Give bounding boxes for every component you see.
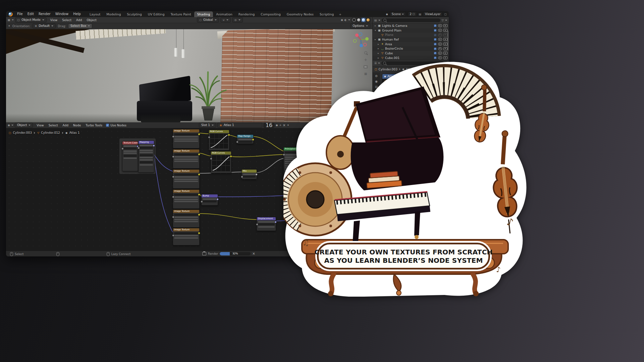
viewport-menu-select[interactable]: Select: [60, 17, 74, 23]
output-socket[interactable]: [198, 173, 200, 176]
output-socket[interactable]: [255, 173, 258, 176]
checkbox-icon[interactable]: ✓: [434, 43, 436, 45]
slot-dropdown[interactable]: Slot 1: [199, 123, 216, 128]
image-name-field[interactable]: [174, 214, 198, 216]
scene-users-badge[interactable]: 2 ▢: [408, 12, 417, 16]
output-socket[interactable]: [274, 221, 277, 223]
workspace-tab-rendering[interactable]: Rendering: [235, 11, 258, 17]
camera-icon[interactable]: [443, 47, 447, 50]
show-gizmo-icon[interactable]: ◉: [341, 18, 343, 21]
workspace-tab-compositing[interactable]: Compositing: [258, 11, 284, 17]
output-socket[interactable]: [198, 214, 200, 216]
input-socket[interactable]: [208, 136, 210, 138]
workspace-tab-texture-paint[interactable]: Texture Paint: [167, 11, 194, 17]
outliner-search-input[interactable]: [382, 18, 440, 22]
output-socket[interactable]: [198, 193, 200, 196]
menu-help[interactable]: Help: [71, 11, 83, 17]
camera-icon[interactable]: [443, 29, 447, 32]
breadcrumb-object[interactable]: Cylinder.003: [13, 131, 32, 134]
snap-dropdown[interactable]: ∪: [220, 17, 231, 22]
checkbox-icon[interactable]: ✓: [434, 29, 436, 32]
input-socket[interactable]: [201, 200, 203, 203]
input-socket[interactable]: [172, 176, 174, 178]
disclosure-arrow-icon[interactable]: ▸: [377, 43, 380, 46]
output-socket[interactable]: [198, 133, 200, 135]
shader-node-image-texture-7[interactable]: Image Texture: [173, 228, 200, 245]
mode-dropdown[interactable]: ▢ Object Mode: [15, 17, 47, 22]
new-material-icon[interactable]: +: [279, 124, 281, 127]
shader-type-dropdown[interactable]: Object: [15, 123, 33, 128]
disclosure-arrow-icon[interactable]: ▸: [374, 24, 377, 27]
outliner-row[interactable]: ▸◡BezierCircle✓: [373, 46, 449, 51]
disclosure-arrow-icon[interactable]: ▾: [374, 29, 377, 32]
menu-render[interactable]: Render: [36, 11, 53, 17]
image-name-field[interactable]: [174, 174, 198, 176]
input-socket[interactable]: [172, 156, 174, 158]
drag-dropdown[interactable]: Select Box: [68, 23, 92, 28]
eye-icon[interactable]: [438, 38, 442, 41]
camera-icon[interactable]: [443, 43, 447, 46]
new-viewlayer-icon[interactable]: ▢: [444, 13, 447, 16]
blender-logo-icon[interactable]: [8, 12, 13, 16]
shader-node-texture-coordinate-0[interactable]: Texture Coordinate: [122, 141, 138, 171]
shading-material-button[interactable]: [361, 18, 366, 22]
input-socket[interactable]: [236, 141, 238, 143]
shading-solid-button[interactable]: [357, 18, 361, 22]
editor-type-icon[interactable]: ▦: [8, 18, 10, 21]
options-dropdown[interactable]: Options: [350, 23, 370, 28]
zoom-icon[interactable]: [364, 51, 367, 54]
shader-node-image-texture-6[interactable]: Image Texture: [173, 209, 200, 228]
menu-file[interactable]: File: [15, 11, 25, 17]
workspace-tab-geometry-nodes[interactable]: Geometry Nodes: [284, 11, 317, 17]
transform-orientation-dropdown[interactable]: ○ Global: [197, 17, 219, 22]
outliner-scrollbar[interactable]: [447, 31, 448, 51]
input-socket[interactable]: [172, 216, 174, 218]
camera-icon[interactable]: [443, 34, 447, 37]
checkbox-icon[interactable]: ✓: [434, 38, 436, 41]
eye-icon[interactable]: [438, 52, 442, 55]
shader-node-displacement-13[interactable]: Displacement: [257, 217, 276, 231]
image-name-field[interactable]: [174, 232, 198, 234]
input-socket[interactable]: [138, 147, 140, 149]
shader-node-bump-12[interactable]: Bump: [201, 194, 218, 205]
filter-icon[interactable]: ▽: [442, 19, 444, 22]
viewlayer-selector[interactable]: ViewLayer: [423, 12, 442, 16]
disclosure-arrow-icon[interactable]: ▸: [377, 52, 380, 55]
output-socket[interactable]: [252, 138, 254, 141]
checkbox-icon[interactable]: ✓: [434, 48, 436, 50]
image-name-field[interactable]: [174, 194, 198, 196]
curve-widget[interactable]: [212, 155, 230, 171]
shader-node-rgb-curves-8[interactable]: RGB Curves: [209, 130, 229, 150]
eye-icon[interactable]: [438, 43, 442, 46]
output-socket[interactable]: [216, 198, 219, 200]
workspace-tab-sculpting[interactable]: Sculpting: [124, 11, 145, 17]
eye-icon[interactable]: [438, 29, 442, 32]
input-socket[interactable]: [121, 147, 124, 150]
outliner-row[interactable]: ▸▦Lights & Camera✓: [373, 23, 449, 28]
disclosure-arrow-icon[interactable]: ▸: [374, 38, 377, 41]
disclosure-arrow-icon[interactable]: ▸: [377, 47, 380, 50]
shader-node-image-texture-5[interactable]: Image Texture: [173, 189, 200, 209]
camera-icon[interactable]: [443, 38, 447, 41]
shader-node-image-texture-3[interactable]: Image Texture: [173, 149, 200, 169]
viewport-menu-add[interactable]: Add: [74, 17, 84, 23]
overlays-icon[interactable]: ◐: [344, 18, 347, 21]
shading-wireframe-button[interactable]: [352, 18, 356, 22]
shader-node-mapping-1[interactable]: Mapping: [138, 140, 154, 173]
cancel-render-button[interactable]: ×: [252, 252, 255, 255]
shader-node-image-texture-2[interactable]: Image Texture: [173, 129, 200, 148]
viewport-menu-object[interactable]: Object: [84, 17, 99, 23]
checkbox-icon[interactable]: ✓: [434, 24, 436, 27]
fake-user-shield-icon[interactable]: ◆: [276, 124, 278, 127]
material-users-badge[interactable]: 16: [264, 123, 274, 128]
shader-node-map-range-10[interactable]: Map Range: [237, 134, 254, 144]
add-workspace-button[interactable]: +: [337, 11, 343, 17]
outliner-row[interactable]: ▾▦Ground Plain✓: [373, 28, 449, 33]
shader-menu-select[interactable]: Select: [46, 122, 60, 128]
checkbox-icon[interactable]: ✓: [434, 34, 436, 36]
outliner-row[interactable]: ▽Plane✓: [373, 33, 449, 37]
input-socket[interactable]: [172, 196, 174, 198]
workspace-tab-animation[interactable]: Animation: [213, 11, 235, 17]
input-socket[interactable]: [241, 176, 243, 178]
material-id-field[interactable]: ◉ Atlas 1: [217, 123, 262, 128]
